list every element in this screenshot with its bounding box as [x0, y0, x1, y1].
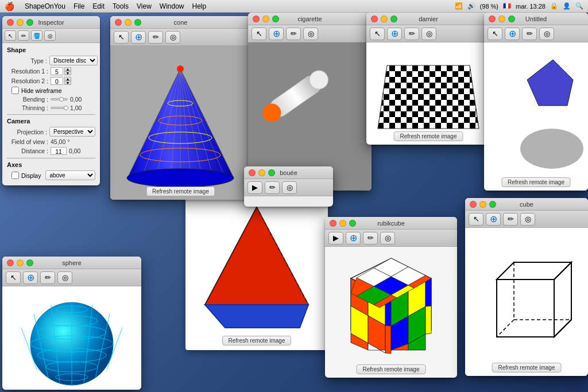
sphere-traffic-lights[interactable]	[7, 259, 33, 266]
damier-min[interactable]	[381, 15, 388, 22]
rubik-play-btn[interactable]: ▶	[328, 232, 343, 244]
menu-tools[interactable]: Tools	[113, 2, 129, 10]
bouee-close[interactable]	[249, 169, 256, 176]
bouee-traffic-lights[interactable]	[249, 169, 275, 176]
rubik-max[interactable]	[349, 220, 356, 227]
cube-edit-btn[interactable]: ✏	[503, 213, 518, 226]
sphere-cursor-btn[interactable]: ↖	[6, 271, 21, 284]
res2-stepper[interactable]: 0 ▲ ▼	[51, 77, 71, 85]
res1-down[interactable]: ▼	[64, 71, 71, 75]
cone-min[interactable]	[125, 19, 131, 26]
damier-refresh-btn[interactable]: Refresh remote image	[394, 131, 463, 141]
maximize-button[interactable]	[26, 19, 33, 26]
eraser-tool-btn[interactable]: ◎	[44, 30, 56, 41]
rubik-refresh-btn[interactable]: Refresh remote image	[357, 364, 426, 374]
display-select[interactable]: above	[45, 170, 95, 180]
res2-arrows[interactable]: ▲ ▼	[64, 77, 71, 85]
bouee-max[interactable]	[268, 169, 275, 176]
cone-traffic-lights[interactable]	[115, 19, 141, 26]
menu-edit[interactable]: Edit	[92, 2, 105, 10]
cone-cursor-btn[interactable]: ↖	[114, 31, 129, 44]
search-icon[interactable]: 🔍	[575, 2, 583, 10]
thinning-slider[interactable]	[51, 107, 68, 109]
type-select[interactable]: Discrete disc	[49, 56, 98, 65]
sphere-close[interactable]	[7, 259, 14, 266]
menu-view[interactable]: View	[137, 2, 152, 10]
untitled-paint-btn[interactable]: ◎	[539, 28, 554, 40]
menu-shapeon[interactable]: ShapeOnYou	[25, 2, 65, 10]
res1-arrows[interactable]: ▲ ▼	[64, 67, 71, 75]
cursor-tool-btn[interactable]: ↖	[5, 30, 16, 41]
cube-cursor-btn[interactable]: ↖	[469, 213, 483, 226]
rubik-min[interactable]	[339, 220, 346, 227]
sphere-max[interactable]	[26, 259, 33, 266]
cone-refresh-btn[interactable]: Refresh remote image	[146, 187, 215, 196]
sphere-min[interactable]	[17, 259, 24, 266]
damier-paint-btn[interactable]: ◎	[421, 28, 436, 40]
res2-down[interactable]: ▼	[64, 81, 71, 85]
bouee-edit-btn[interactable]: ✏	[265, 181, 280, 194]
cube-min[interactable]	[479, 201, 486, 208]
hide-wireframe-checkbox[interactable]	[11, 87, 19, 94]
bouee-panel-refresh-btn[interactable]: Refresh remote image	[222, 336, 292, 346]
cube-traffic-lights[interactable]	[470, 201, 496, 208]
untitled-min[interactable]	[498, 15, 505, 22]
rubik-add-btn[interactable]: ⊕	[346, 232, 361, 244]
untitled-cursor-btn[interactable]: ↖	[488, 28, 502, 40]
sphere-add-btn[interactable]: ⊕	[23, 271, 38, 284]
damier-add-btn[interactable]: ⊕	[387, 28, 402, 40]
cig-close[interactable]	[253, 15, 260, 22]
damier-traffic-lights[interactable]	[371, 15, 397, 22]
untitled-refresh-btn[interactable]: Refresh remote image	[501, 177, 571, 187]
damier-edit-btn[interactable]: ✏	[404, 28, 419, 40]
paint-tool-btn[interactable]: 🪣	[31, 30, 42, 41]
untitled-max[interactable]	[508, 15, 515, 22]
cube-max[interactable]	[489, 201, 496, 208]
bending-slider[interactable]	[51, 98, 68, 100]
menu-window[interactable]: Window	[160, 2, 184, 10]
damier-close[interactable]	[371, 15, 378, 22]
rubik-edit-btn[interactable]: ✏	[363, 232, 378, 244]
cone-paint-btn[interactable]: ◎	[165, 31, 180, 44]
projection-select[interactable]: Perspective	[49, 127, 95, 137]
untitled-traffic-lights[interactable]	[489, 15, 515, 22]
cube-refresh-btn[interactable]: Refresh remote image	[492, 363, 562, 372]
apple-menu[interactable]: 🍎	[5, 2, 14, 11]
cone-max[interactable]	[134, 19, 141, 26]
rubik-close[interactable]	[330, 220, 336, 227]
untitled-edit-btn[interactable]: ✏	[522, 28, 537, 40]
bouee-paint-btn[interactable]: ◎	[282, 181, 297, 194]
menu-help[interactable]: Help	[192, 2, 207, 10]
cube-add-btn[interactable]: ⊕	[486, 213, 501, 226]
display-checkbox[interactable]	[11, 172, 19, 179]
res2-up[interactable]: ▲	[64, 77, 71, 81]
sphere-edit-btn[interactable]: ✏	[40, 271, 55, 284]
untitled-add-btn[interactable]: ⊕	[505, 28, 520, 40]
bouee-min[interactable]	[258, 169, 265, 176]
cig-min[interactable]	[262, 15, 269, 22]
damier-cursor-btn[interactable]: ↖	[370, 28, 385, 40]
close-button[interactable]	[7, 19, 14, 26]
cube-paint-btn[interactable]: ◎	[520, 213, 535, 226]
minimize-button[interactable]	[17, 19, 24, 26]
sphere-paint-btn[interactable]: ◎	[57, 271, 72, 284]
cone-add-btn[interactable]: ⊕	[131, 31, 146, 44]
pencil-tool-btn[interactable]: ✏	[18, 30, 29, 41]
damier-max[interactable]	[390, 15, 397, 22]
cig-add-btn[interactable]: ⊕	[269, 28, 284, 40]
cube-close[interactable]	[470, 201, 477, 208]
cig-paint-btn[interactable]: ◎	[303, 28, 318, 40]
traffic-lights[interactable]	[7, 19, 33, 26]
untitled-close[interactable]	[489, 15, 496, 22]
rubik-paint-btn[interactable]: ◎	[380, 232, 395, 244]
res1-stepper[interactable]: 5 ▲ ▼	[51, 67, 71, 75]
bouee-play-btn[interactable]: ▶	[247, 181, 262, 194]
menu-file[interactable]: File	[74, 2, 84, 10]
cig-traffic-lights[interactable]	[253, 15, 279, 22]
res1-up[interactable]: ▲	[64, 67, 71, 71]
cone-close[interactable]	[115, 19, 122, 26]
cig-max[interactable]	[272, 15, 279, 22]
rubik-traffic-lights[interactable]	[330, 220, 356, 227]
cone-edit-btn[interactable]: ✏	[148, 31, 163, 44]
cig-edit-btn[interactable]: ✏	[286, 28, 301, 40]
